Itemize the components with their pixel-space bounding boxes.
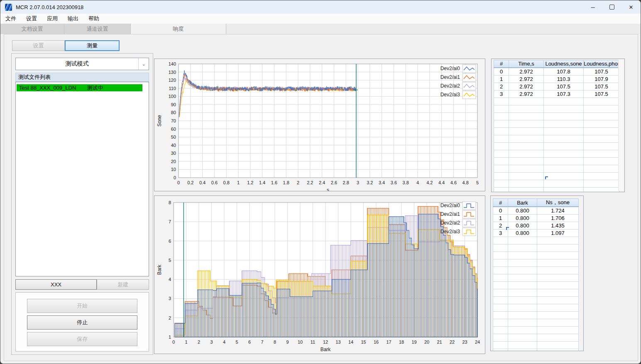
table-cell[interactable] xyxy=(584,143,619,150)
table-cell[interactable] xyxy=(537,244,579,252)
subtab-settings-button[interactable]: 设置 xyxy=(12,40,65,51)
table-cell[interactable] xyxy=(544,180,584,188)
table-cell[interactable] xyxy=(537,334,579,342)
table-cell[interactable] xyxy=(493,327,508,334)
table-row-empty[interactable] xyxy=(494,113,619,120)
table-cell[interactable] xyxy=(508,252,537,259)
table-cell[interactable]: 0.800 xyxy=(508,230,537,237)
table-cell[interactable] xyxy=(508,267,537,274)
table-cell[interactable] xyxy=(537,342,579,349)
table-cell[interactable] xyxy=(493,312,508,319)
table-row-empty[interactable] xyxy=(494,173,619,180)
table-row-empty[interactable] xyxy=(493,342,579,349)
table-cell[interactable] xyxy=(537,304,579,312)
table-row-empty[interactable] xyxy=(494,135,619,143)
table-cell[interactable]: 0.800 xyxy=(508,215,537,222)
table-cell[interactable] xyxy=(493,349,508,352)
menu-help[interactable]: 帮助 xyxy=(83,15,104,22)
table-row-empty[interactable] xyxy=(494,150,619,158)
table-cell[interactable] xyxy=(537,274,579,282)
table-cell[interactable] xyxy=(508,282,537,289)
table-cell[interactable] xyxy=(493,259,508,267)
table-cell[interactable] xyxy=(584,173,619,180)
table-cell[interactable] xyxy=(494,188,509,193)
table-cell[interactable] xyxy=(493,342,508,349)
table-cell[interactable] xyxy=(494,128,509,135)
table-cell[interactable]: 107.5 xyxy=(544,83,584,90)
tab-loudness[interactable]: 响度 xyxy=(131,24,226,34)
table-row-empty[interactable] xyxy=(493,304,579,312)
table-row-empty[interactable] xyxy=(493,297,579,304)
table-row-empty[interactable] xyxy=(494,143,619,150)
table-cell[interactable] xyxy=(494,180,509,188)
table-cell[interactable] xyxy=(508,312,537,319)
table-cell[interactable] xyxy=(544,128,584,135)
save-button[interactable]: 保存 xyxy=(27,332,137,346)
table-cell[interactable] xyxy=(544,158,584,165)
table-cell[interactable] xyxy=(508,304,537,312)
table-cell[interactable] xyxy=(494,150,509,158)
table-cell[interactable] xyxy=(537,289,579,297)
maximize-button[interactable] xyxy=(602,0,621,14)
loudness-time-chart[interactable]: 00.20.40.60.811.21.41.61.822.22.42.62.83… xyxy=(154,59,485,191)
table-cell[interactable] xyxy=(509,120,544,128)
table-cell[interactable]: 1 xyxy=(494,76,509,83)
table-row-empty[interactable] xyxy=(494,188,619,193)
table-row[interactable]: 10.8001.706 xyxy=(493,215,579,222)
table-cell[interactable] xyxy=(508,237,537,244)
table-cell[interactable] xyxy=(493,267,508,274)
table-row-empty[interactable] xyxy=(493,274,579,282)
menu-application[interactable]: 应用 xyxy=(42,15,63,22)
table-row-empty[interactable] xyxy=(493,237,579,244)
table-cell[interactable] xyxy=(509,128,544,135)
table-cell[interactable] xyxy=(493,289,508,297)
table-row-empty[interactable] xyxy=(493,282,579,289)
table-cell[interactable] xyxy=(494,98,509,105)
table-cell[interactable] xyxy=(509,105,544,113)
table-row[interactable]: 12.972110.3107.9 xyxy=(494,76,619,83)
specific-loudness-chart[interactable]: 0123456789101112131415161718192021222324… xyxy=(154,196,485,354)
table-cell[interactable] xyxy=(508,349,537,352)
table-cell[interactable] xyxy=(544,165,584,173)
table-row-empty[interactable] xyxy=(494,128,619,135)
table-cell[interactable] xyxy=(493,244,508,252)
table-cell[interactable] xyxy=(537,259,579,267)
table-row-empty[interactable] xyxy=(493,267,579,274)
table-cell[interactable] xyxy=(494,135,509,143)
table-cell[interactable]: 2.972 xyxy=(509,76,544,83)
table-row[interactable]: 30.8001.097 xyxy=(493,230,579,237)
table-row-empty[interactable] xyxy=(494,165,619,173)
table-cell[interactable] xyxy=(544,173,584,180)
menu-file[interactable]: 文件 xyxy=(0,15,21,22)
table-row-empty[interactable] xyxy=(493,349,579,352)
table-cell[interactable] xyxy=(494,113,509,120)
table-cell[interactable]: 1.435 xyxy=(537,222,579,230)
table-cell[interactable] xyxy=(509,188,544,193)
table-row-empty[interactable] xyxy=(493,334,579,342)
table-cell[interactable] xyxy=(493,252,508,259)
table-row[interactable]: 00.8001.724 xyxy=(493,207,579,215)
table-cell[interactable] xyxy=(494,165,509,173)
table-cell[interactable] xyxy=(508,289,537,297)
table-cell[interactable] xyxy=(509,158,544,165)
table-cell[interactable] xyxy=(544,105,584,113)
table-cell[interactable]: 1.097 xyxy=(537,230,579,237)
table-cell[interactable] xyxy=(508,342,537,349)
table-cell[interactable]: 0.800 xyxy=(508,222,537,230)
table-cell[interactable]: 107.5 xyxy=(584,83,619,90)
table-row-empty[interactable] xyxy=(494,158,619,165)
table-cell[interactable]: 107.8 xyxy=(544,68,584,76)
table-cell[interactable]: 1.706 xyxy=(537,215,579,222)
table-cell[interactable] xyxy=(494,173,509,180)
table-row-empty[interactable] xyxy=(493,319,579,327)
table-row[interactable]: 32.972107.3107.5 xyxy=(494,90,619,98)
table-cell[interactable] xyxy=(493,297,508,304)
table-cell[interactable]: 2.972 xyxy=(509,90,544,98)
table-row[interactable]: 02.972107.8107.5 xyxy=(494,68,619,76)
table-cell[interactable] xyxy=(537,327,579,334)
test-mode-dropdown[interactable]: 测试模式 ⌄ xyxy=(15,58,149,70)
table-cell[interactable]: 1 xyxy=(493,215,508,222)
table-cell[interactable] xyxy=(509,180,544,188)
table-cell[interactable] xyxy=(537,237,579,244)
tab-document-settings[interactable]: 文档设置 xyxy=(0,24,64,34)
